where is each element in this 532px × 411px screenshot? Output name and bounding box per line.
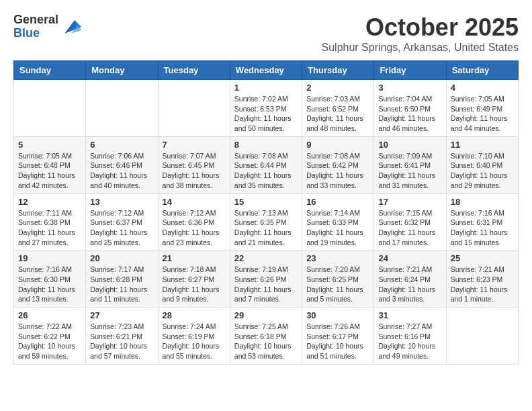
calendar-cell: 16Sunrise: 7:14 AM Sunset: 6:33 PM Dayli…: [302, 193, 374, 250]
day-number: 11: [451, 140, 514, 150]
day-info: Sunrise: 7:08 AM Sunset: 6:42 PM Dayligh…: [306, 151, 369, 191]
day-info: Sunrise: 7:15 AM Sunset: 6:32 PM Dayligh…: [378, 208, 441, 248]
calendar-cell: 11Sunrise: 7:10 AM Sunset: 6:40 PM Dayli…: [446, 136, 518, 193]
logo-icon: [61, 17, 81, 37]
calendar-cell: 13Sunrise: 7:12 AM Sunset: 6:37 PM Dayli…: [86, 193, 158, 250]
weekday-header: Friday: [374, 61, 446, 80]
day-info: Sunrise: 7:05 AM Sunset: 6:49 PM Dayligh…: [451, 94, 514, 134]
calendar-header-row: SundayMondayTuesdayWednesdayThursdayFrid…: [14, 61, 519, 80]
calendar-table: SundayMondayTuesdayWednesdayThursdayFrid…: [13, 60, 519, 365]
weekday-header: Thursday: [302, 61, 374, 80]
calendar-cell: 27Sunrise: 7:23 AM Sunset: 6:21 PM Dayli…: [86, 308, 158, 365]
day-info: Sunrise: 7:21 AM Sunset: 6:24 PM Dayligh…: [378, 265, 441, 304]
day-number: 2: [306, 83, 369, 93]
day-number: 30: [306, 310, 369, 320]
calendar-week-row: 12Sunrise: 7:11 AM Sunset: 6:38 PM Dayli…: [14, 193, 519, 250]
day-number: 9: [306, 140, 369, 150]
day-number: 21: [163, 253, 226, 263]
day-number: 19: [18, 253, 81, 263]
day-number: 24: [378, 253, 441, 263]
day-info: Sunrise: 7:10 AM Sunset: 6:40 PM Dayligh…: [451, 151, 514, 191]
day-info: Sunrise: 7:26 AM Sunset: 6:17 PM Dayligh…: [306, 322, 369, 361]
calendar-cell: 10Sunrise: 7:09 AM Sunset: 6:41 PM Dayli…: [374, 136, 446, 193]
calendar-cell: 31Sunrise: 7:27 AM Sunset: 6:16 PM Dayli…: [374, 308, 446, 365]
calendar-cell: [446, 308, 518, 365]
day-info: Sunrise: 7:12 AM Sunset: 6:36 PM Dayligh…: [163, 208, 226, 248]
day-info: Sunrise: 7:24 AM Sunset: 6:19 PM Dayligh…: [163, 322, 226, 361]
day-number: 12: [18, 197, 81, 207]
day-number: 10: [378, 140, 441, 150]
logo-general: General: [13, 13, 58, 27]
calendar-cell: 19Sunrise: 7:16 AM Sunset: 6:30 PM Dayli…: [14, 250, 86, 308]
day-number: 13: [90, 197, 153, 207]
day-info: Sunrise: 7:09 AM Sunset: 6:41 PM Dayligh…: [378, 151, 441, 191]
logo-text: General Blue: [13, 13, 58, 40]
calendar-week-row: 19Sunrise: 7:16 AM Sunset: 6:30 PM Dayli…: [14, 250, 519, 308]
day-info: Sunrise: 7:06 AM Sunset: 6:46 PM Dayligh…: [90, 151, 153, 191]
day-info: Sunrise: 7:16 AM Sunset: 6:31 PM Dayligh…: [451, 208, 514, 248]
day-info: Sunrise: 7:02 AM Sunset: 6:53 PM Dayligh…: [234, 94, 298, 134]
calendar-week-row: 1Sunrise: 7:02 AM Sunset: 6:53 PM Daylig…: [14, 80, 519, 137]
calendar-cell: 5Sunrise: 7:05 AM Sunset: 6:48 PM Daylig…: [14, 136, 86, 193]
day-number: 31: [378, 310, 441, 320]
day-number: 14: [163, 197, 226, 207]
logo-blue: Blue: [13, 27, 58, 40]
day-number: 5: [18, 140, 81, 150]
weekday-header: Saturday: [446, 61, 518, 80]
day-number: 4: [451, 83, 514, 93]
calendar-cell: 8Sunrise: 7:08 AM Sunset: 6:44 PM Daylig…: [230, 136, 302, 193]
day-info: Sunrise: 7:21 AM Sunset: 6:23 PM Dayligh…: [451, 265, 514, 304]
day-number: 25: [451, 253, 514, 263]
calendar-cell: 7Sunrise: 7:07 AM Sunset: 6:45 PM Daylig…: [158, 136, 230, 193]
title-section: October 2025 Sulphur Springs, Arkansas, …: [322, 13, 519, 54]
day-number: 29: [234, 310, 298, 320]
day-info: Sunrise: 7:07 AM Sunset: 6:45 PM Dayligh…: [163, 151, 226, 191]
day-info: Sunrise: 7:08 AM Sunset: 6:44 PM Dayligh…: [234, 151, 298, 191]
day-number: 8: [234, 140, 298, 150]
calendar-cell: 15Sunrise: 7:13 AM Sunset: 6:35 PM Dayli…: [230, 193, 302, 250]
day-number: 27: [90, 310, 153, 320]
calendar-cell: 29Sunrise: 7:25 AM Sunset: 6:18 PM Dayli…: [230, 308, 302, 365]
day-number: 7: [163, 140, 226, 150]
day-number: 18: [451, 197, 514, 207]
calendar-cell: 30Sunrise: 7:26 AM Sunset: 6:17 PM Dayli…: [302, 308, 374, 365]
calendar-week-row: 26Sunrise: 7:22 AM Sunset: 6:22 PM Dayli…: [14, 308, 519, 365]
day-info: Sunrise: 7:27 AM Sunset: 6:16 PM Dayligh…: [378, 322, 441, 361]
location-title: Sulphur Springs, Arkansas, United States: [322, 42, 519, 54]
day-info: Sunrise: 7:04 AM Sunset: 6:50 PM Dayligh…: [378, 94, 441, 134]
day-number: 16: [306, 197, 369, 207]
day-info: Sunrise: 7:25 AM Sunset: 6:18 PM Dayligh…: [234, 322, 298, 361]
calendar-cell: 14Sunrise: 7:12 AM Sunset: 6:36 PM Dayli…: [158, 193, 230, 250]
day-number: 22: [234, 253, 298, 263]
calendar-cell: 12Sunrise: 7:11 AM Sunset: 6:38 PM Dayli…: [14, 193, 86, 250]
month-title: October 2025: [322, 13, 519, 42]
day-info: Sunrise: 7:20 AM Sunset: 6:25 PM Dayligh…: [306, 265, 369, 304]
calendar-cell: 23Sunrise: 7:20 AM Sunset: 6:25 PM Dayli…: [302, 250, 374, 308]
day-number: 23: [306, 253, 369, 263]
calendar-cell: 4Sunrise: 7:05 AM Sunset: 6:49 PM Daylig…: [446, 80, 518, 137]
weekday-header: Monday: [86, 61, 158, 80]
calendar-cell: 1Sunrise: 7:02 AM Sunset: 6:53 PM Daylig…: [230, 80, 302, 137]
calendar-cell: 20Sunrise: 7:17 AM Sunset: 6:28 PM Dayli…: [86, 250, 158, 308]
day-number: 28: [163, 310, 226, 320]
calendar-cell: 9Sunrise: 7:08 AM Sunset: 6:42 PM Daylig…: [302, 136, 374, 193]
calendar-week-row: 5Sunrise: 7:05 AM Sunset: 6:48 PM Daylig…: [14, 136, 519, 193]
page-header: General Blue October 2025 Sulphur Spring…: [13, 13, 519, 54]
calendar-cell: 22Sunrise: 7:19 AM Sunset: 6:26 PM Dayli…: [230, 250, 302, 308]
weekday-header: Sunday: [14, 61, 86, 80]
calendar-cell: 21Sunrise: 7:18 AM Sunset: 6:27 PM Dayli…: [158, 250, 230, 308]
weekday-header: Tuesday: [158, 61, 230, 80]
calendar-cell: 6Sunrise: 7:06 AM Sunset: 6:46 PM Daylig…: [86, 136, 158, 193]
day-info: Sunrise: 7:17 AM Sunset: 6:28 PM Dayligh…: [90, 265, 153, 304]
day-number: 3: [378, 83, 441, 93]
day-info: Sunrise: 7:03 AM Sunset: 6:52 PM Dayligh…: [306, 94, 369, 134]
day-number: 26: [18, 310, 81, 320]
calendar-cell: 2Sunrise: 7:03 AM Sunset: 6:52 PM Daylig…: [302, 80, 374, 137]
logo: General Blue: [13, 13, 81, 40]
calendar-cell: 17Sunrise: 7:15 AM Sunset: 6:32 PM Dayli…: [374, 193, 446, 250]
day-info: Sunrise: 7:12 AM Sunset: 6:37 PM Dayligh…: [90, 208, 153, 248]
calendar-cell: [86, 80, 158, 137]
day-info: Sunrise: 7:23 AM Sunset: 6:21 PM Dayligh…: [90, 322, 153, 361]
calendar-cell: 24Sunrise: 7:21 AM Sunset: 6:24 PM Dayli…: [374, 250, 446, 308]
calendar-cell: 18Sunrise: 7:16 AM Sunset: 6:31 PM Dayli…: [446, 193, 518, 250]
